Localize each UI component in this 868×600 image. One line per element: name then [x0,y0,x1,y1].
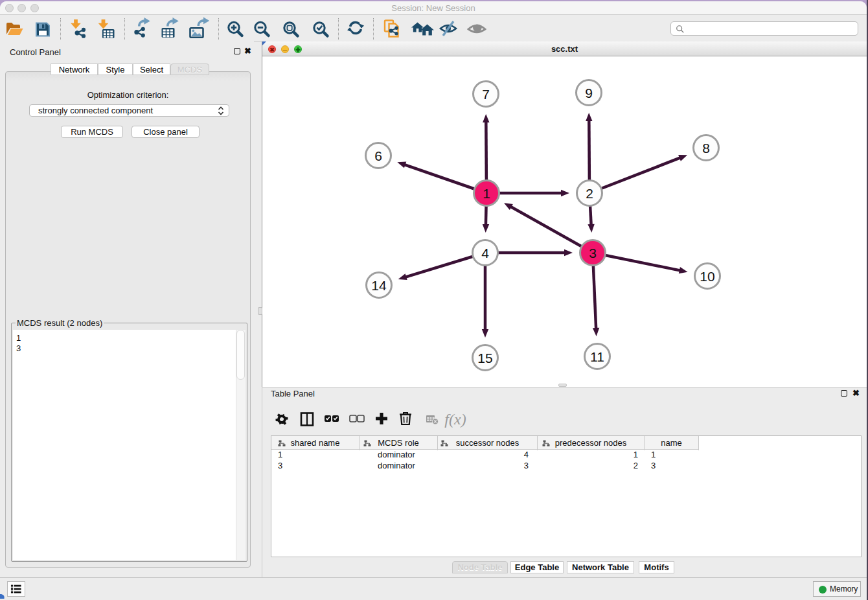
svg-text:f(x): f(x) [444,411,466,428]
svg-text:2: 2 [586,186,593,201]
svg-text:14: 14 [371,278,387,293]
svg-text:7: 7 [482,87,490,102]
svg-text:4: 4 [481,246,489,260]
svg-text:11: 11 [590,349,604,364]
svg-text:6: 6 [374,148,382,163]
svg-text:1: 1 [483,186,490,201]
svg-text:9: 9 [585,86,593,100]
svg-text:8: 8 [702,141,710,156]
svg-text:10: 10 [700,269,714,284]
svg-text:3: 3 [589,246,597,260]
svg-text:15: 15 [477,351,492,365]
